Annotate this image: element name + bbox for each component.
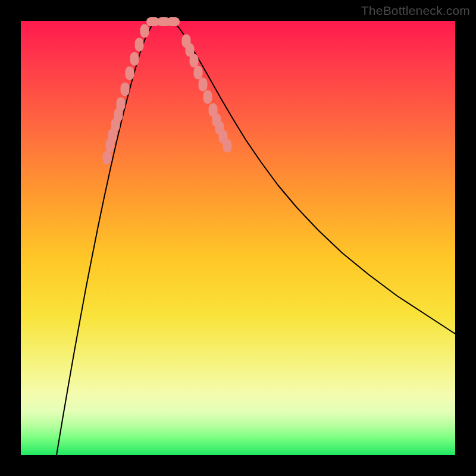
curve-right-curve [171,21,455,334]
chart-svg [21,21,455,455]
marker-right-10 [223,139,232,153]
marker-left-5 [117,98,126,111]
marker-right-3 [194,66,203,80]
marker-left-0 [103,151,112,165]
marker-right-5 [203,90,212,104]
curve-left-curve [57,21,158,455]
marker-left-7 [126,67,134,80]
marker-left-9 [135,38,144,52]
marker-right-2 [190,54,199,68]
marker-left-8 [130,52,139,66]
plot-area [21,21,455,455]
marker-left-10 [140,24,149,38]
marker-layer [103,17,232,165]
chart-frame: TheBottleneck.com [0,0,476,476]
marker-bottom-2 [167,17,180,26]
curve-layer [57,21,455,455]
watermark-text: TheBottleneck.com [361,4,470,18]
marker-right-4 [199,78,208,92]
marker-left-6 [121,83,130,96]
